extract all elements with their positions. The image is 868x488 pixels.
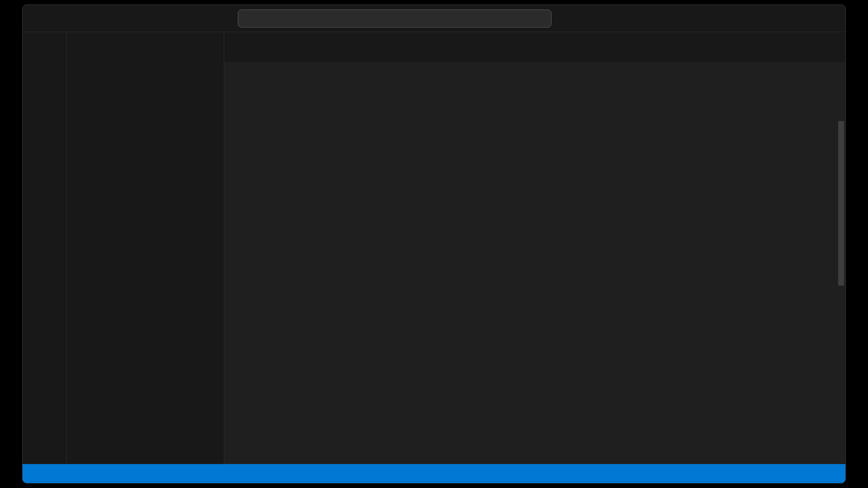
- layout-sidebar-right-icon: [759, 14, 769, 23]
- status-bar: [23, 464, 845, 483]
- arrow-left-icon: [191, 14, 201, 23]
- breadcrumb: [224, 63, 845, 82]
- statusbar-right: [842, 464, 845, 483]
- vscode-window: [22, 5, 846, 483]
- folder-row-javascript[interactable]: [67, 60, 224, 81]
- copilot-button[interactable]: [560, 10, 577, 27]
- layout-sidebar-left-icon: [719, 14, 729, 23]
- minimize-button[interactable]: [775, 10, 795, 27]
- code-editor[interactable]: [224, 82, 845, 464]
- nav-forward-button[interactable]: [212, 10, 230, 27]
- layout-grid-icon: [699, 14, 709, 23]
- search-icon: [388, 14, 397, 23]
- arrow-right-icon: [216, 14, 226, 23]
- chevron-down-icon: [71, 66, 80, 75]
- titlebar: [23, 5, 845, 32]
- menu-button[interactable]: [52, 10, 69, 27]
- vscode-logo-icon: [31, 11, 46, 26]
- code-content: [224, 82, 845, 116]
- copilot-icon: [560, 13, 570, 24]
- layout-panel-icon: [739, 14, 749, 23]
- command-center-search[interactable]: [238, 9, 552, 28]
- main-area: [23, 32, 845, 464]
- nav-back-button[interactable]: [187, 10, 204, 27]
- editor-group: [224, 32, 845, 464]
- editor-actions: [822, 32, 845, 62]
- mouse-cursor-ibeam: [649, 375, 656, 389]
- close-button[interactable]: [820, 10, 840, 27]
- hamburger-menu-icon: [55, 14, 65, 23]
- titlebar-right: [695, 10, 840, 27]
- toggle-primary-sidebar-button[interactable]: [715, 10, 732, 27]
- toggle-panel-button[interactable]: [735, 10, 752, 27]
- activity-bar: [23, 32, 67, 464]
- chevron-down-icon: [571, 15, 577, 22]
- more-actions-icon[interactable]: [204, 41, 214, 51]
- statusbar-left: [23, 464, 842, 483]
- customize-layout-button[interactable]: [695, 10, 712, 27]
- toggle-secondary-sidebar-button[interactable]: [755, 10, 772, 27]
- titlebar-center: [74, 9, 690, 28]
- editor-scrollbar[interactable]: [838, 121, 844, 286]
- minimize-icon: [780, 14, 790, 23]
- restore-button[interactable]: [797, 10, 817, 27]
- explorer-sidebar: [67, 32, 224, 464]
- tab-bar: [224, 32, 845, 63]
- restore-icon: [802, 14, 812, 23]
- sidebar-header: [67, 32, 224, 60]
- close-icon: [825, 14, 835, 23]
